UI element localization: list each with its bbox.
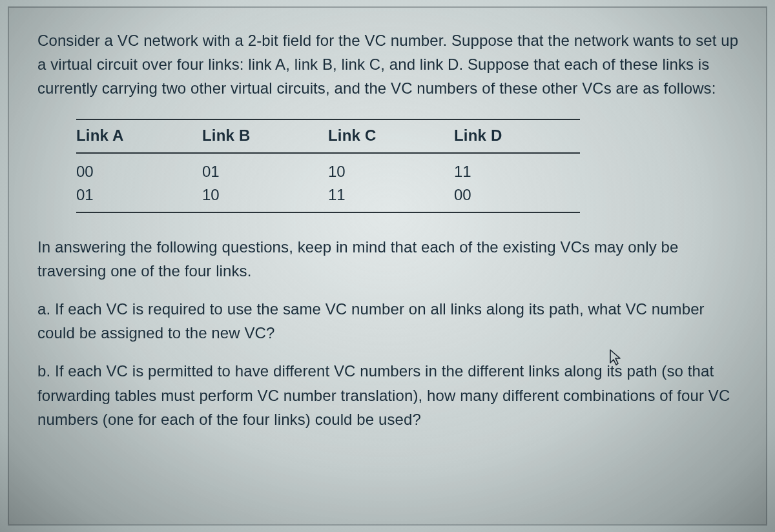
col-header-link-a: Link A (76, 119, 202, 153)
vc-table: Link A Link B Link C Link D 00 01 10 11 … (76, 119, 580, 213)
col-header-link-b: Link B (202, 119, 328, 153)
cell-d1: 11 (454, 153, 580, 183)
question-b: b. If each VC is permitted to have diffe… (37, 359, 743, 431)
col-header-link-c: Link C (328, 119, 454, 153)
cell-b1: 01 (202, 153, 328, 183)
cell-b2: 10 (202, 183, 328, 212)
question-page: Consider a VC network with a 2-bit field… (8, 6, 767, 526)
table-header-row: Link A Link B Link C Link D (76, 119, 580, 153)
table-row: 00 01 10 11 (76, 153, 580, 183)
question-a: a. If each VC is required to use the sam… (37, 297, 743, 345)
table-row: 01 10 11 00 (76, 183, 580, 212)
cell-c2: 11 (328, 183, 454, 212)
cell-d2: 00 (454, 183, 580, 212)
col-header-link-d: Link D (454, 119, 580, 153)
cell-c1: 10 (328, 153, 454, 183)
cell-a1: 00 (76, 153, 202, 183)
note-paragraph: In answering the following questions, ke… (37, 235, 743, 283)
cell-a2: 01 (76, 183, 202, 212)
intro-paragraph: Consider a VC network with a 2-bit field… (37, 28, 743, 101)
